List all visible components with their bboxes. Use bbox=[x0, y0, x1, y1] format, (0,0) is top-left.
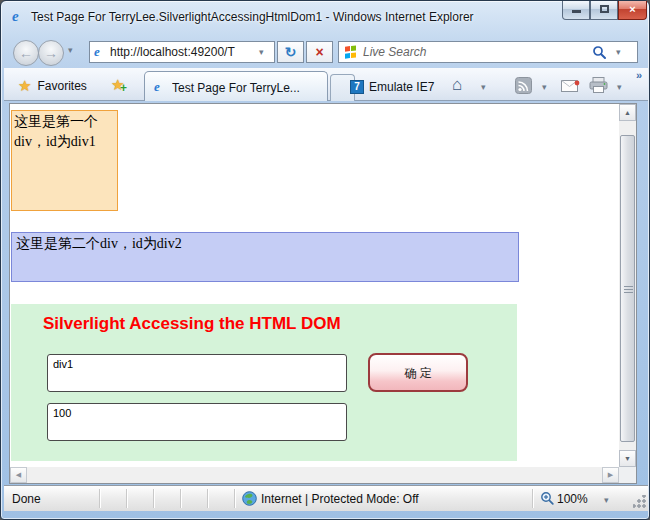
scrollbar-grip bbox=[624, 286, 633, 293]
home-icon[interactable]: ⌂ bbox=[452, 75, 462, 95]
history-dropdown-icon[interactable]: ▾ bbox=[68, 45, 73, 55]
zoom-icon[interactable] bbox=[540, 491, 555, 510]
back-button[interactable]: ← bbox=[13, 40, 39, 66]
search-icon[interactable] bbox=[592, 45, 607, 64]
add-favorite-button[interactable]: ★ + bbox=[106, 73, 132, 98]
confirm-button[interactable]: 确 定 bbox=[368, 353, 468, 392]
flag-red-square bbox=[345, 46, 350, 52]
feeds-icon[interactable] bbox=[515, 77, 532, 98]
statusbar-divider bbox=[532, 489, 533, 508]
html-div1: 这里是第一个div，id为div1 bbox=[11, 110, 118, 211]
status-text: Done bbox=[12, 492, 41, 506]
emulate-ie7-button[interactable]: 7 Emulate IE7 bbox=[350, 77, 434, 97]
statusbar-divider bbox=[126, 489, 127, 508]
title-bar[interactable]: e Test Page For TerryLee.SilverlightAcce… bbox=[1, 1, 650, 31]
scroll-right-button[interactable]: ▶ bbox=[602, 467, 619, 483]
horizontal-scrollbar[interactable]: ◀ ▶ bbox=[10, 467, 619, 483]
favorites-label: Favorites bbox=[37, 79, 86, 93]
page-icon: e bbox=[94, 44, 100, 60]
address-input[interactable] bbox=[110, 45, 254, 59]
browser-window: e Test Page For TerryLee.SilverlightAcce… bbox=[0, 0, 650, 520]
close-button[interactable]: × bbox=[618, 1, 647, 20]
print-dropdown-icon[interactable]: ▾ bbox=[617, 82, 622, 92]
home-dropdown-icon[interactable]: ▾ bbox=[481, 82, 486, 92]
mail-icon[interactable] bbox=[561, 79, 580, 97]
maximize-button[interactable] bbox=[590, 1, 618, 20]
internet-zone-globe-icon bbox=[242, 491, 257, 510]
tab-ie-icon: e bbox=[154, 79, 160, 95]
statusbar-divider bbox=[180, 489, 181, 508]
forward-button[interactable]: → bbox=[38, 40, 64, 66]
div-id-input[interactable] bbox=[47, 354, 347, 392]
value-input[interactable] bbox=[47, 403, 347, 441]
scroll-down-button[interactable]: ▼ bbox=[619, 450, 636, 467]
ie-logo-icon: e bbox=[12, 8, 19, 24]
statusbar-divider bbox=[234, 489, 235, 508]
flag-yellow-square bbox=[351, 52, 356, 58]
live-search-flag-icon bbox=[345, 45, 357, 58]
scroll-up-button[interactable]: ▲ bbox=[619, 104, 636, 121]
favorites-star-icon: ★ bbox=[18, 77, 31, 95]
window-title: Test Page For TerryLee.SilverlightAccess… bbox=[31, 10, 474, 24]
feeds-dropdown-icon[interactable]: ▾ bbox=[542, 82, 547, 92]
silverlight-heading: Silverlight Accessing the HTML DOM bbox=[43, 314, 341, 334]
status-bar: Done Internet | Protected Mode: Off 100%… bbox=[4, 485, 648, 511]
tab-active[interactable]: e Test Page For TerryLe... bbox=[144, 71, 328, 101]
tab-title: Test Page For TerryLe... bbox=[172, 81, 320, 95]
flag-green-square bbox=[351, 45, 356, 51]
zoom-dropdown-icon[interactable]: ▾ bbox=[604, 495, 609, 505]
minimize-button[interactable] bbox=[562, 1, 590, 20]
flag-blue-square bbox=[345, 53, 350, 59]
statusbar-divider bbox=[99, 489, 100, 508]
emulate-ie7-label: Emulate IE7 bbox=[369, 80, 434, 94]
favorites-button[interactable]: ★ Favorites bbox=[14, 73, 91, 98]
stop-button[interactable]: × bbox=[306, 41, 333, 63]
statusbar-divider bbox=[207, 489, 208, 508]
statusbar-divider bbox=[153, 489, 154, 508]
vertical-scrollbar-thumb[interactable] bbox=[620, 135, 635, 442]
vertical-scrollbar[interactable]: ▲ ▼ bbox=[619, 104, 636, 467]
zoom-level[interactable]: 100% bbox=[557, 492, 588, 506]
scroll-left-button[interactable]: ◀ bbox=[10, 467, 27, 483]
refresh-button[interactable]: ↻ bbox=[277, 41, 304, 63]
ie7-badge-icon: 7 bbox=[350, 80, 364, 94]
window-controls: × bbox=[562, 1, 647, 20]
maximize-icon bbox=[600, 5, 609, 13]
html-div2: 这里是第二个div，id为div2 bbox=[11, 232, 519, 282]
search-input[interactable] bbox=[363, 45, 573, 59]
resize-grip[interactable] bbox=[633, 495, 647, 508]
minimize-icon bbox=[572, 10, 581, 13]
add-favorite-plus-icon: + bbox=[120, 81, 127, 95]
navigation-bar: ← → ▾ e ▾ ↻ × ▾ bbox=[1, 31, 650, 68]
address-dropdown-icon[interactable]: ▾ bbox=[259, 47, 264, 57]
scrollbar-corner bbox=[619, 467, 636, 483]
zone-text: Internet | Protected Mode: Off bbox=[261, 492, 419, 506]
search-dropdown-icon[interactable]: ▾ bbox=[616, 47, 621, 57]
print-icon[interactable] bbox=[589, 77, 608, 97]
toolbar-overflow-chevron-icon[interactable]: » bbox=[636, 69, 642, 81]
